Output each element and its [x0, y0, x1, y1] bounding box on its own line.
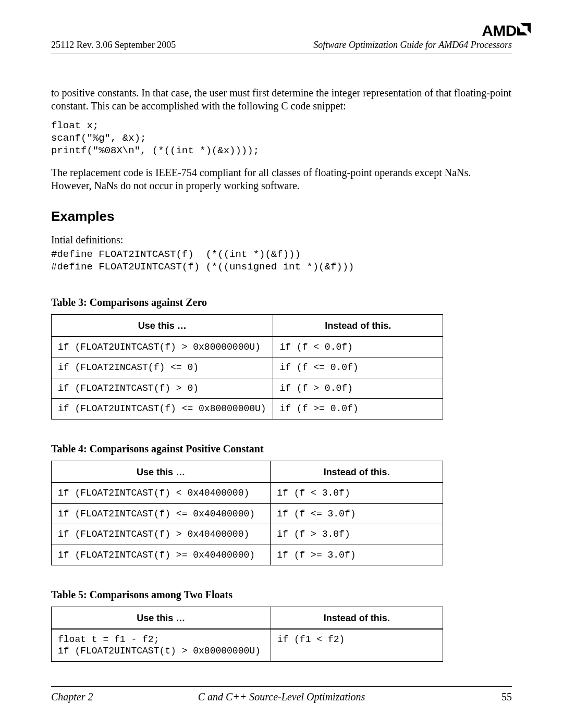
cell-use: if (FLOAT2UINTCAST(f) > 0x80000000U) [52, 337, 273, 357]
cell-use: float t = f1 - f2; if (FLOAT2UINTCAST(t)… [52, 629, 271, 662]
col-header-use: Use this … [52, 607, 271, 629]
cell-use: if (FLOAT2INTCAST(f) <= 0x40400000) [52, 503, 271, 524]
col-header-use: Use this … [52, 461, 271, 483]
table-caption: Table 4: Comparisons against Positive Co… [51, 442, 512, 455]
table-row: if (FLOAT2INCAST(f) <= 0)if (f <= 0.0f) [52, 357, 443, 378]
footer-title: C and C++ Source-Level Optimizations [51, 691, 512, 703]
cell-instead: if (f > 0.0f) [273, 378, 443, 399]
cell-use: if (FLOAT2INCAST(f) <= 0) [52, 357, 273, 378]
table-caption: Table 3: Comparisons against Zero [51, 296, 512, 309]
table-row: if (FLOAT2UINTCAST(f) > 0x80000000U)if (… [52, 337, 443, 357]
cell-instead: if (f > 3.0f) [271, 524, 443, 545]
cell-instead: if (f <= 3.0f) [271, 503, 443, 524]
cell-use: if (FLOAT2UINTCAST(f) <= 0x80000000U) [52, 399, 273, 419]
table-row: if (FLOAT2INTCAST(f) >= 0x40400000)if (f… [52, 545, 443, 565]
amd-logo-text: AMD [482, 22, 517, 40]
amd-logo: AMD [482, 22, 531, 40]
table-body: if (FLOAT2INTCAST(f) < 0x40400000)if (f … [52, 483, 443, 565]
cell-use: if (FLOAT2INTCAST(f) >= 0x40400000) [52, 545, 271, 565]
content: to positive constants. In that case, the… [51, 87, 512, 662]
table-row: float t = f1 - f2; if (FLOAT2UINTCAST(t)… [52, 629, 443, 662]
table-comparisons-positive: Use this … Instead of this. if (FLOAT2IN… [51, 461, 443, 566]
cell-instead: if (f <= 0.0f) [273, 357, 443, 378]
examples-heading: Examples [51, 208, 512, 225]
amd-arrow-icon [517, 21, 531, 39]
code-block: #define FLOAT2INTCAST(f) (*((int *)(&f))… [51, 249, 512, 274]
cell-use: if (FLOAT2INTCAST(f) > 0x40400000) [52, 524, 271, 545]
doc-title: Software Optimization Guide for AMD64 Pr… [313, 40, 512, 51]
table-row: if (FLOAT2INTCAST(f) <= 0x40400000)if (f… [52, 503, 443, 524]
definitions-label: Intial definitions: [51, 233, 512, 246]
table-body: float t = f1 - f2; if (FLOAT2UINTCAST(t)… [52, 629, 443, 662]
header-bar: 25112 Rev. 3.06 September 2005 Software … [51, 40, 512, 54]
table-comparisons-zero: Use this … Instead of this. if (FLOAT2UI… [51, 314, 443, 419]
paragraph: The replacement code is IEEE-754 complia… [51, 166, 512, 192]
table-caption: Table 5: Comparisons among Two Floats [51, 588, 512, 601]
table-row: if (FLOAT2INTCAST(f) > 0x40400000)if (f … [52, 524, 443, 545]
cell-use: if (FLOAT2INTCAST(f) > 0) [52, 378, 273, 399]
cell-instead: if (f >= 0.0f) [273, 399, 443, 419]
cell-use: if (FLOAT2INTCAST(f) < 0x40400000) [52, 483, 271, 503]
cell-instead: if (f1 < f2) [271, 629, 443, 662]
col-header-instead: Instead of this. [271, 607, 443, 629]
table-row: if (FLOAT2INTCAST(f) < 0x40400000)if (f … [52, 483, 443, 503]
col-header-use: Use this … [52, 315, 273, 337]
footer: Chapter 2 C and C++ Source-Level Optimiz… [51, 686, 512, 703]
table-body: if (FLOAT2UINTCAST(f) > 0x80000000U)if (… [52, 337, 443, 419]
rev-line: 25112 Rev. 3.06 September 2005 [51, 40, 176, 51]
table-row: if (FLOAT2UINTCAST(f) <= 0x80000000U)if … [52, 399, 443, 419]
table-comparisons-two-floats: Use this … Instead of this. float t = f1… [51, 607, 443, 662]
col-header-instead: Instead of this. [271, 461, 443, 483]
cell-instead: if (f < 3.0f) [271, 483, 443, 503]
cell-instead: if (f >= 3.0f) [271, 545, 443, 565]
cell-instead: if (f < 0.0f) [273, 337, 443, 357]
code-block: float x; scanf("%g", &x); printf("%08X\n… [51, 120, 512, 157]
page: AMD 25112 Rev. 3.06 September 2005 Softw… [0, 0, 563, 728]
table-row: if (FLOAT2INTCAST(f) > 0)if (f > 0.0f) [52, 378, 443, 399]
col-header-instead: Instead of this. [273, 315, 443, 337]
paragraph: to positive constants. In that case, the… [51, 87, 512, 113]
